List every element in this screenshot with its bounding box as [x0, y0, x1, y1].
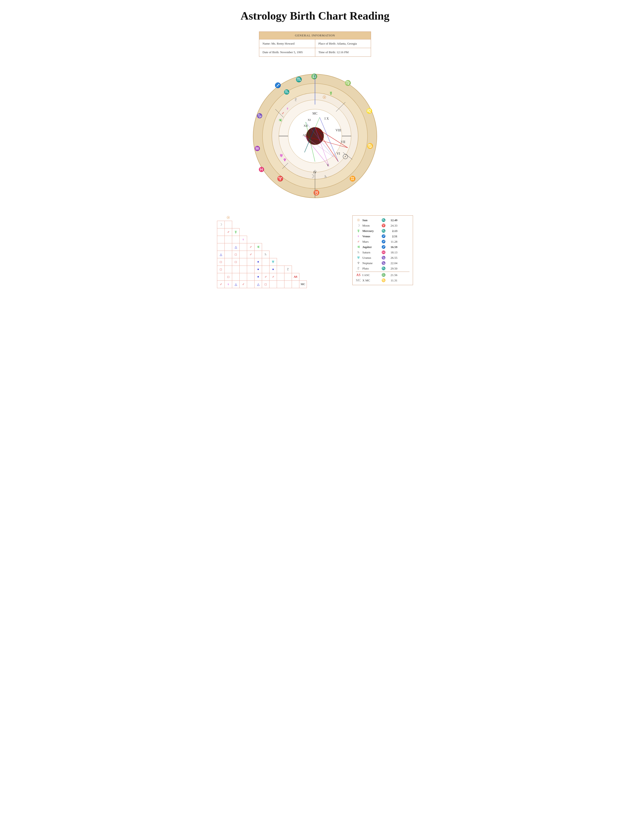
grid-cell: □ — [217, 266, 225, 273]
grid-cell — [270, 281, 277, 288]
grid-cell-empty — [240, 229, 307, 236]
house-vii: VII — [341, 140, 345, 144]
grid-cell: ♅ — [270, 258, 277, 266]
planet-uranus-chart: ♅ — [279, 153, 283, 158]
grid-cell — [262, 266, 270, 273]
grid-cell — [225, 243, 232, 251]
planet-row: MC X MC ♋ 11.31 — [356, 278, 409, 283]
planet-row: ☉ Sun ♏ 12.49 — [356, 218, 409, 223]
grid-cell — [225, 251, 232, 258]
grid-cell: ♇ — [284, 266, 292, 273]
house-mc: MC — [313, 112, 317, 115]
planet-sign: ♑ — [380, 261, 387, 265]
grid-cell: AS — [292, 273, 299, 281]
grid-cell — [232, 266, 240, 273]
grid-cell — [277, 281, 284, 288]
birth-chart-svg: ♎ ♍ ♌ ♋ ♊ ♉ ♈ ♓ ♒ ♑ ♐ ♏ ♏ MC I X VIII VI… — [247, 68, 383, 204]
table-row: □ ✶ ✶ ♇ — [217, 266, 307, 273]
grid-cell — [217, 236, 225, 243]
grid-cell — [240, 243, 247, 251]
planet-icon: ♄ — [356, 250, 361, 254]
planet-icon: ♇ — [356, 267, 361, 270]
grid-cell-empty — [299, 273, 307, 281]
grid-cell: ♂ — [262, 273, 270, 281]
planet-row: ♃ Jupiter ♐ 16.59 — [356, 244, 409, 249]
grid-cell — [240, 266, 247, 273]
grid-cell — [284, 281, 292, 288]
dob-cell: Date of Birth: November 5, 1995 — [259, 48, 315, 57]
grid-cell — [247, 281, 254, 288]
planet-moon-chart: ☽ — [310, 174, 314, 179]
planet-name: Saturn — [362, 251, 379, 254]
planet-degree: 22.04 — [388, 261, 397, 265]
zodiac-aries: ♈ — [277, 175, 284, 182]
planet-name: Jupiter — [362, 245, 379, 249]
planet-name: I ASC — [362, 273, 379, 277]
house-vi: VI — [337, 152, 340, 155]
grid-cell — [240, 258, 247, 266]
planet-row: ☽ Moon ♈ 24.33 — [356, 223, 409, 228]
planet-name: Moon — [362, 224, 379, 227]
planet-degree: 2.13 — [388, 229, 397, 233]
grid-cell — [225, 266, 232, 273]
grid-cell: ♀ — [225, 281, 232, 288]
planet-name: X MC — [362, 279, 379, 282]
name-cell: Name: Ms. Remy Howard — [259, 39, 315, 48]
table-row: □ ✶ ♂ ♂ AS — [217, 273, 307, 281]
planet-name: Uranus — [362, 256, 379, 260]
grid-cell: □ — [232, 251, 240, 258]
planet-pluto-chart: ♇ — [294, 98, 297, 102]
grid-cell — [225, 258, 232, 266]
grid-cell — [232, 273, 240, 281]
bottom-section: ☉ ☽ ♂ ☿ ♀ — [215, 215, 415, 288]
planet-icon: ♃ — [356, 245, 361, 249]
grid-cell — [217, 273, 225, 281]
grid-cell-empty — [232, 221, 307, 229]
planet-degree: 21.56 — [388, 273, 397, 277]
grid-cell: ♃ — [254, 243, 262, 251]
grid-cell — [277, 273, 284, 281]
planet-degree: 29.50 — [388, 267, 397, 270]
zodiac-leo: ♌ — [366, 108, 373, 114]
planet-row: ♂ Mars ♐ 11.28 — [356, 239, 409, 244]
grid-cell: △ — [217, 251, 225, 258]
grid-cell — [247, 266, 254, 273]
grid-cell: ♂ — [217, 281, 225, 288]
zodiac-scorpio-top: ♏ — [296, 76, 302, 83]
planet-name: Sun — [362, 218, 379, 222]
divider — [356, 272, 409, 272]
zodiac-sagittarius: ♐ — [275, 82, 281, 88]
planet-icon: MC — [356, 279, 361, 282]
table-row: △ ♂ ♃ — [217, 243, 307, 251]
planet-degree: 18.13 — [388, 251, 397, 254]
grid-cell-empty — [292, 266, 307, 273]
planet-icon: ☉ — [356, 218, 361, 222]
planet-mercury-chart: ☿ — [330, 91, 332, 95]
grid-cell — [247, 258, 254, 266]
planet-name: Mars — [362, 240, 379, 243]
planet-row: ♀ Venus ♐ 2.51 — [356, 234, 409, 239]
grid-cell — [225, 236, 232, 243]
tob-cell: Time of Birth: 12:16 PM — [315, 48, 371, 57]
grid-cell: △ — [232, 243, 240, 251]
svg-point-18 — [345, 156, 346, 157]
planet-row: ♆ Neptune ♑ 22.04 — [356, 261, 409, 266]
planet-name: Neptune — [362, 261, 379, 265]
house-xii: XII — [303, 124, 308, 127]
grid-cell — [277, 266, 284, 273]
grid-cell-empty — [277, 258, 307, 266]
grid-cell: MC — [299, 281, 307, 288]
planet-icon: ♂ — [356, 240, 361, 243]
grid-cell: □ — [225, 273, 232, 281]
planet-row: AS I ASC ♎ 21.56 — [356, 272, 409, 278]
grid-cell — [247, 273, 254, 281]
grid-cell — [240, 251, 247, 258]
grid-cell — [240, 273, 247, 281]
planet-icon: AS — [356, 273, 361, 277]
grid-cell: ☽ — [217, 221, 225, 229]
grid-cell-empty — [262, 243, 307, 251]
grid-cell — [292, 281, 299, 288]
table-row: ♂ ♀ △ ♂ △ □ MC — [217, 281, 307, 288]
planet-neptune-chart: ♆ — [283, 158, 287, 162]
page-title: Astrology Birth Chart Reading — [215, 9, 415, 22]
